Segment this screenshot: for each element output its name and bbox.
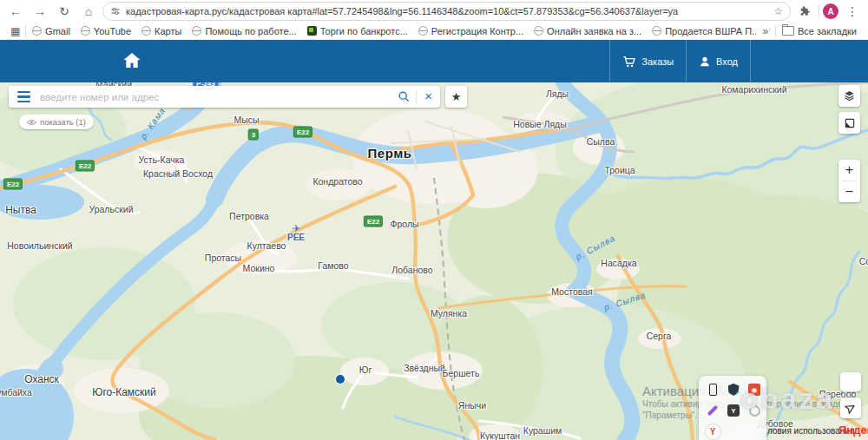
bookmark-item[interactable]: Регистрация Контр...	[414, 25, 528, 37]
map-label: Красный Восход	[143, 168, 213, 179]
map-label: Мокино	[243, 263, 275, 273]
orders-button[interactable]: Заказы	[609, 40, 686, 82]
map-label: Насадка	[601, 258, 636, 268]
map-label: Троица	[604, 165, 635, 175]
map-label: Сове	[859, 256, 868, 266]
browser-toolbar: ← → ↻ ⌂ кадастровая-карта.рус/кадастрова…	[0, 0, 868, 23]
extensions-icon[interactable]	[794, 2, 815, 21]
road-badge: 3	[248, 129, 259, 141]
map-label: Новоильинский	[7, 240, 72, 251]
show-objects-pill[interactable]: показать (1)	[19, 115, 94, 129]
map-label: Бершеть	[443, 368, 480, 378]
cadastral-search-bar: ×	[9, 86, 440, 108]
menu-icon[interactable]: ⋮	[842, 2, 863, 21]
favorites-button[interactable]: ★	[445, 86, 467, 108]
favicon-globe-icon	[141, 26, 151, 36]
zoom-out-button[interactable]: −	[838, 181, 860, 202]
tray-brush-icon[interactable]	[702, 400, 723, 421]
bookmarks-divider-2	[775, 25, 776, 37]
person-icon	[699, 56, 711, 68]
bookmark-item[interactable]: Онлайн заявка на з...	[529, 25, 646, 37]
url-text[interactable]: кадастровая-карта.рус/кадастровая карта#…	[126, 6, 768, 16]
forward-icon[interactable]: →	[30, 2, 50, 21]
map-label: Кукуштан	[480, 430, 520, 440]
map-label: Сылва	[587, 136, 615, 147]
bookmark-item[interactable]: Торги по банкротс...	[303, 25, 412, 37]
login-button[interactable]: Вход	[686, 40, 751, 82]
map-mode-button[interactable]	[838, 112, 860, 134]
bookmark-item[interactable]: Gmail	[28, 25, 75, 37]
map-label: Комарихинский	[721, 84, 786, 95]
map-label: Янычи	[458, 400, 486, 410]
ruler-button[interactable]	[840, 372, 861, 391]
folder-icon	[782, 26, 794, 36]
bookmark-item[interactable]: Помощь по работе...	[187, 25, 300, 37]
search-icon[interactable]	[398, 90, 411, 103]
map-label: Мулянка	[431, 308, 467, 319]
layers-button[interactable]	[838, 85, 860, 107]
map-label: Оханск	[24, 373, 59, 385]
login-label: Вход	[716, 56, 738, 67]
reload-icon[interactable]: ↻	[54, 2, 75, 21]
bookmark-item[interactable]: YouTube	[76, 25, 135, 37]
show-objects-label: показать (1)	[40, 117, 86, 127]
bookmark-label: Продается ВШРА П...	[665, 26, 755, 36]
map-label: Петровка	[229, 211, 269, 221]
menu-hamburger-icon[interactable]	[9, 91, 38, 102]
map-point-marker[interactable]	[336, 375, 345, 384]
map-label: Новые Ляды	[513, 119, 567, 129]
map-label: Протасы	[205, 253, 241, 263]
bookmark-item[interactable]: Карты	[137, 25, 186, 37]
home-icon[interactable]: ⌂	[78, 2, 99, 21]
map-label: Усть-Качка	[139, 154, 185, 165]
location-arrow-icon	[845, 402, 857, 414]
address-bar[interactable]: кадастровая-карта.рус/кадастровая карта#…	[102, 2, 791, 21]
yandex-logo[interactable]: Яндекс	[838, 424, 868, 437]
search-divider	[416, 90, 417, 103]
orders-label: Заказы	[641, 56, 674, 67]
bookmark-item[interactable]: Продается ВШРА П...	[648, 25, 755, 37]
clear-search-icon[interactable]: ×	[418, 89, 440, 105]
map-label: Звёздный	[404, 363, 445, 373]
bookmark-label: YouTube	[94, 26, 131, 36]
bookmarks-bar: ▦ GmailYouTubeКартыПомощь по работе...То…	[0, 23, 868, 40]
map-label: Мостовая	[551, 286, 592, 297]
favicon-globe-icon	[534, 26, 543, 36]
site-settings-icon[interactable]	[110, 6, 121, 16]
back-icon[interactable]: ←	[5, 2, 26, 21]
bookmark-label: Онлайн заявка на з...	[547, 26, 641, 36]
favicon-globe-icon	[32, 26, 42, 36]
bookmarks-overflow-icon[interactable]: »	[758, 25, 774, 37]
favicon-image-icon	[307, 26, 317, 36]
bookmarks-list: GmailYouTubeКартыПомощь по работе...Торг…	[28, 25, 755, 37]
tray-phone-icon[interactable]	[702, 379, 723, 400]
map-label: Гамово	[318, 260, 348, 271]
map-sheet-icon	[844, 117, 856, 129]
apps-icon[interactable]: ▦	[7, 25, 23, 37]
all-bookmarks-button[interactable]: Все закладки	[778, 25, 861, 37]
search-input[interactable]	[38, 91, 394, 103]
map-label: Фролы	[390, 219, 418, 229]
zoom-in-button[interactable]: +	[838, 160, 860, 181]
map-label: Юго-Камский	[92, 386, 155, 398]
all-bookmarks-label: Все закладки	[798, 26, 857, 36]
map-label: Юг	[359, 364, 372, 375]
road-badge: E22	[293, 127, 312, 138]
map-label: Мысы	[233, 115, 259, 125]
screen: { "browser": { "url": "кадастровая-карта…	[0, 0, 868, 440]
map-label: Ляды	[546, 89, 569, 99]
tray-yandex-browser-icon[interactable]: Y	[702, 421, 723, 440]
map-label: Кондратово	[312, 176, 362, 187]
bookmark-star-icon[interactable]: ☆	[773, 5, 783, 17]
bookmark-label: Карты	[155, 26, 181, 36]
road-badge: E22	[76, 161, 95, 172]
map-label: Лобаново	[391, 265, 432, 275]
profile-avatar[interactable]: A	[823, 3, 838, 19]
my-location-button[interactable]	[840, 397, 861, 418]
bookmark-label: Помощь по работе...	[205, 26, 296, 36]
bookmark-label: Торги по банкротс...	[320, 26, 408, 36]
favicon-globe-icon	[418, 26, 428, 36]
site-home-button[interactable]	[120, 49, 144, 73]
photo-watermark: obaza	[740, 383, 835, 416]
house-icon	[122, 50, 142, 71]
